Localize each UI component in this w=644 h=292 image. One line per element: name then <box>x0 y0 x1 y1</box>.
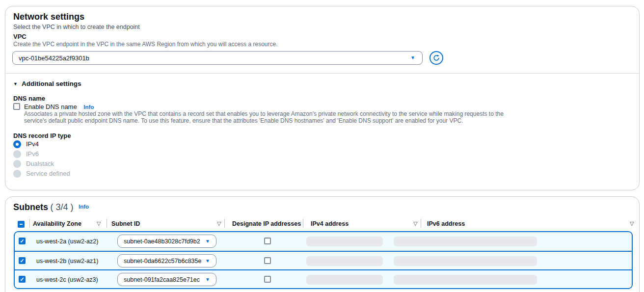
table-row[interactable]: ✓ us-west-2a (usw2-az2) subnet-0ae48b302… <box>15 232 632 251</box>
column-separator <box>421 219 421 228</box>
refresh-button[interactable] <box>429 51 443 65</box>
column-separator <box>29 219 30 228</box>
radio-label-ipv4: IPv4 <box>26 140 39 148</box>
designate-ip-checkbox[interactable] <box>264 238 271 244</box>
availability-zone-cell: us-west-2a (usw2-az2) <box>36 238 98 245</box>
dns-name-label: DNS name <box>13 95 45 103</box>
ipv6-address-disabled-field <box>394 256 537 266</box>
subnet-id-value: subnet-091fa2caa825e71ec <box>124 276 200 283</box>
network-settings-card: Network settings Select the VPC in which… <box>5 6 640 190</box>
vpc-description: Create the VPC endpoint in the VPC in th… <box>13 41 277 48</box>
vpc-label: VPC <box>13 33 27 41</box>
availability-zone-cell: us-west-2b (usw2-az1) <box>36 257 98 265</box>
designate-ip-checkbox[interactable] <box>264 257 271 264</box>
radio-selected-icon <box>13 140 21 148</box>
additional-settings-label: Additional settings <box>22 80 81 87</box>
sort-icon[interactable]: ▽ <box>630 220 634 226</box>
subnet-id-value: subnet-0ae48b3028c7fd9b2 <box>124 238 200 245</box>
column-header-designate-ip: Designate IP addresses <box>232 220 301 228</box>
ipv6-address-disabled-field <box>394 275 537 285</box>
subnet-id-select[interactable]: subnet-0da6622c57b6c835e ▼ <box>117 254 216 267</box>
chevron-down-icon: ▼ <box>205 258 210 263</box>
radio-disabled-icon <box>13 170 21 178</box>
subnet-id-value: subnet-0da6622c57b6c835e <box>124 258 201 265</box>
column-header-ipv6-address: IPv6 address <box>427 220 465 228</box>
dns-name-info-link[interactable]: Info <box>83 104 94 110</box>
availability-zone-cell: us-west-2c (usw2-az3) <box>36 276 98 284</box>
column-separator <box>224 219 225 228</box>
designate-ip-checkbox[interactable] <box>264 276 271 283</box>
radio-option-ipv4[interactable]: IPv4 <box>13 140 39 148</box>
vpc-select[interactable]: vpc-01be54225a2f9301b ▼ <box>12 51 423 65</box>
sort-icon[interactable]: ▽ <box>413 220 417 226</box>
chevron-down-icon: ▼ <box>410 55 415 60</box>
table-row[interactable]: ✓ us-west-2b (usw2-az1) subnet-0da6622c5… <box>15 251 632 269</box>
subnets-header: Subnets ( 3/4 ) Info <box>13 202 89 212</box>
subnets-card: Subnets ( 3/4 ) Info Availability Zone ▽… <box>5 196 640 292</box>
sort-icon[interactable]: ▽ <box>97 220 101 226</box>
enable-dns-name-checkbox-label[interactable]: Enable DNS name Info <box>24 103 94 111</box>
column-header-availability-zone: Availability Zone <box>33 220 81 228</box>
column-separator <box>107 219 107 228</box>
subnets-count: ( 3/4 ) <box>50 202 73 212</box>
column-separator <box>303 219 303 228</box>
row-checkbox[interactable]: ✓ <box>19 257 26 264</box>
dns-name-description-line1: Associates a private hosted zone with th… <box>24 110 504 118</box>
subnet-rows-group: ✓ us-west-2a (usw2-az2) subnet-0ae48b302… <box>14 231 633 289</box>
subnet-id-select[interactable]: subnet-0ae48b3028c7fd9b2 ▼ <box>117 235 216 248</box>
dns-record-ip-type-label: DNS record IP type <box>13 132 71 140</box>
radio-option-ipv6: IPv6 <box>13 150 39 158</box>
chevron-down-icon: ▼ <box>205 277 210 282</box>
chevron-down-icon: ▼ <box>13 81 18 86</box>
radio-option-service-defined: Service defined <box>13 170 70 178</box>
ipv4-address-disabled-field <box>306 275 383 285</box>
chevron-down-icon: ▼ <box>205 239 210 243</box>
enable-dns-name-checkbox[interactable] <box>13 103 20 110</box>
column-header-subnet-id: Subnet ID <box>111 220 140 228</box>
table-header: Availability Zone ▽ Subnet ID ▽ Designat… <box>13 218 631 232</box>
ipv6-address-disabled-field <box>394 237 537 246</box>
radio-disabled-icon <box>13 150 21 158</box>
refresh-icon <box>432 54 440 62</box>
row-checkbox[interactable]: ✓ <box>19 276 26 283</box>
subnet-id-select[interactable]: subnet-091fa2caa825e71ec ▼ <box>117 273 216 286</box>
table-row[interactable]: ✓ us-west-2c (usw2-az3) subnet-091fa2caa… <box>15 269 632 288</box>
sort-icon[interactable]: ▽ <box>217 220 221 226</box>
row-checkbox[interactable]: ✓ <box>19 238 26 244</box>
radio-disabled-icon <box>13 160 21 168</box>
ipv4-address-disabled-field <box>306 237 383 246</box>
select-all-checkbox[interactable] <box>18 221 25 228</box>
ipv4-address-disabled-field <box>306 256 383 266</box>
network-settings-subtitle: Select the VPC in which to create the en… <box>13 23 140 31</box>
dns-name-description-line2: service's default public endpoint DNS na… <box>24 117 463 125</box>
column-header-ipv4-address: IPv4 address <box>311 220 349 228</box>
network-settings-title: Network settings <box>13 12 84 22</box>
subnets-title: Subnets <box>13 202 48 212</box>
vpc-selected-value: vpc-01be54225a2f9301b <box>19 54 89 62</box>
enable-dns-name-text: Enable DNS name <box>24 103 77 110</box>
additional-settings-toggle[interactable]: ▼Additional settings <box>13 80 81 87</box>
radio-option-dualstack: Dualstack <box>13 160 54 168</box>
radio-label-service-defined: Service defined <box>26 170 70 178</box>
subnets-info-link[interactable]: Info <box>79 204 89 210</box>
radio-label-dualstack: Dualstack <box>26 160 54 168</box>
section-divider <box>5 73 639 74</box>
radio-label-ipv6: IPv6 <box>26 150 39 158</box>
